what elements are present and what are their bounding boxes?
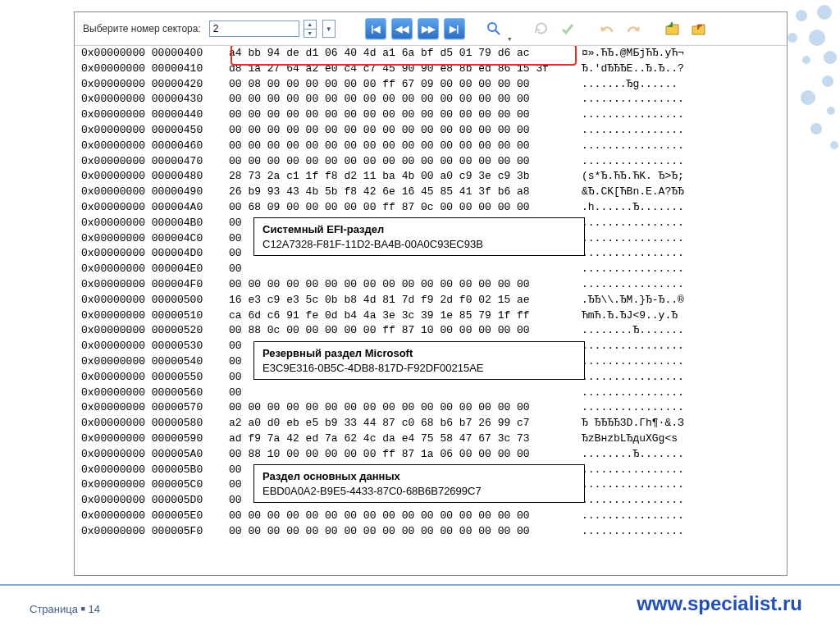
hex-row: 0x00000000 0000047000 00 00 00 00 00 00 … (75, 154, 787, 170)
hex-editor-window: Выберите номер сектора: ▲▼ ▼ |◀ ◀◀ ▶▶ ▶|… (74, 11, 788, 576)
hex-row: 0x00000000 0000042000 08 00 00 00 00 00 … (75, 77, 787, 93)
search-dropdown-icon[interactable]: ▼ (507, 36, 513, 45)
hex-row: 0x00000000 0000057000 00 00 00 00 00 00 … (75, 400, 787, 416)
hex-row: 0x00000000 0000046000 00 00 00 00 00 00 … (75, 139, 787, 154)
save-button[interactable] (688, 18, 710, 39)
redo-button[interactable] (623, 18, 644, 39)
hex-row: 0x00000000 0000052000 88 0c 00 00 00 00 … (75, 323, 787, 339)
hex-dump[interactable]: 0x00000000 00000400a4 bb 94 de d1 06 40 … (75, 46, 787, 575)
first-sector-button[interactable]: |◀ (365, 18, 386, 39)
prev-sector-button[interactable]: ◀◀ (391, 18, 413, 39)
hex-row: 0x00000000 000005E000 00 00 00 00 00 00 … (75, 509, 787, 524)
hex-row: 0x00000000 0000045000 00 00 00 00 00 00 … (75, 123, 787, 139)
search-button[interactable] (483, 18, 504, 39)
svg-point-0 (488, 23, 496, 31)
hex-row: 0x00000000 000005A000 88 10 00 00 00 00 … (75, 447, 787, 463)
sector-input[interactable] (209, 21, 299, 37)
svg-line-1 (495, 30, 500, 34)
callout-msr: Резервный раздел Microsoft E3C9E316-0B5C… (253, 341, 585, 380)
sector-history-dropdown[interactable]: ▼ (322, 20, 336, 38)
slide-footer: Страница ■ 14 www.specialist.ru (0, 592, 840, 615)
hex-row: 0x00000000 0000044000 00 00 00 00 00 00 … (75, 107, 787, 123)
site-url: www.specialist.ru (637, 592, 802, 615)
toolbar: Выберите номер сектора: ▲▼ ▼ |◀ ◀◀ ▶▶ ▶|… (75, 12, 787, 46)
open-button[interactable] (662, 18, 683, 39)
callout-basic-data: Раздел основных данных EBD0A0A2-B9E5-443… (253, 464, 585, 503)
hex-row: 0x00000000 0000050016 e3 c9 e3 5c 0b b8 … (75, 293, 787, 308)
sector-label: Выберите номер сектора: (83, 23, 201, 34)
last-sector-button[interactable]: ▶| (444, 18, 465, 39)
hex-row: 0x00000000 00000410d8 1a 27 64 a2 e0 c4 … (75, 62, 787, 77)
hex-row: 0x00000000 00000510ca 6d c6 91 fe 0d b4 … (75, 308, 787, 324)
undo-button[interactable] (596, 18, 618, 39)
refresh-button[interactable] (531, 18, 552, 39)
sector-spinner[interactable]: ▲▼ (304, 20, 317, 38)
apply-button[interactable] (557, 18, 578, 39)
hex-row: 0x00000000 0000048028 73 2a c1 1f f8 d2 … (75, 169, 787, 185)
hex-row: 0x00000000 00000590ad f9 7a 42 ed 7a 62 … (75, 431, 787, 447)
next-sector-button[interactable]: ▶▶ (418, 18, 439, 39)
page-indicator: Страница ■ 14 (30, 603, 100, 615)
hex-row: 0x00000000 0000049026 b9 93 43 4b 5b f8 … (75, 185, 787, 200)
hex-row: 0x00000000 000004F000 00 00 00 00 00 00 … (75, 277, 787, 293)
hex-row: 0x00000000 0000056000 ................ (75, 386, 787, 401)
hex-row: 0x00000000 0000043000 00 00 00 00 00 00 … (75, 92, 787, 107)
hex-row: 0x00000000 00000400a4 bb 94 de d1 06 40 … (75, 46, 787, 62)
hex-row: 0x00000000 000004E000 ................ (75, 262, 787, 277)
callout-efi: Системный EFI-раздел C12A7328-F81F-11D2-… (253, 217, 585, 256)
hex-row: 0x00000000 000005F000 00 00 00 00 00 00 … (75, 524, 787, 540)
hex-row: 0x00000000 000004A000 68 09 00 00 00 00 … (75, 200, 787, 216)
hex-row: 0x00000000 00000580a2 a0 d0 eb e5 b9 33 … (75, 416, 787, 431)
